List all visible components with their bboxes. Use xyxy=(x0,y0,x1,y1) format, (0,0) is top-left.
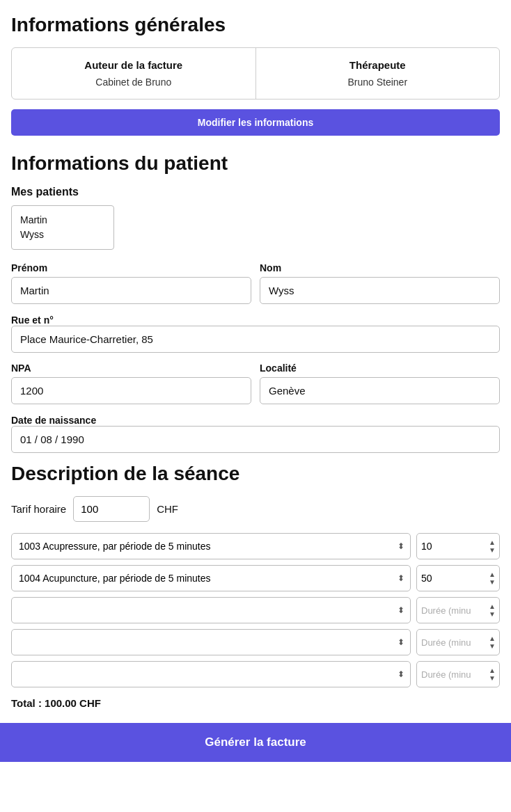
duration-arrows-icon[interactable]: ▲▼ xyxy=(485,667,499,682)
therapeute-card: Thérapeute Bruno Steiner xyxy=(256,48,500,99)
select-arrow-icon: ⬍ xyxy=(392,637,410,647)
dur-up-arrow[interactable]: ▲ xyxy=(489,603,496,610)
dur-down-arrow[interactable]: ▼ xyxy=(489,578,496,586)
duration-input[interactable] xyxy=(417,598,485,623)
service-row: ⬍▲▼ xyxy=(11,597,500,623)
duration-input[interactable] xyxy=(417,662,485,687)
service-select[interactable]: 1004 Acupuncture, par période de 5 minut… xyxy=(12,566,392,591)
rue-row: Rue et n° xyxy=(11,314,500,353)
service-select[interactable] xyxy=(12,598,392,623)
duration-wrap: ▲▼ xyxy=(416,629,500,655)
service-select-wrap: ⬍ xyxy=(11,597,411,623)
therapeute-value: Bruno Steiner xyxy=(265,77,492,88)
select-arrow-icon: ⬍ xyxy=(392,541,410,551)
npa-label: NPA xyxy=(11,363,251,374)
duration-wrap: ▲▼ xyxy=(416,533,500,559)
service-row: 1004 Acupuncture, par période de 5 minut… xyxy=(11,565,500,591)
duration-wrap: ▲▼ xyxy=(416,661,500,687)
generate-button[interactable]: Générer la facture xyxy=(0,723,511,762)
localite-label: Localité xyxy=(260,363,500,374)
duration-input[interactable] xyxy=(417,630,485,655)
tarif-label: Tarif horaire xyxy=(11,503,66,515)
auteur-label: Auteur de la facture xyxy=(20,59,247,71)
npa-localite-row: NPA Localité xyxy=(11,363,500,404)
duration-arrows-icon[interactable]: ▲▼ xyxy=(485,539,499,554)
service-rows: 1003 Acupressure, par période de 5 minut… xyxy=(11,533,500,687)
duration-arrows-icon[interactable]: ▲▼ xyxy=(485,603,499,618)
nom-group: Nom xyxy=(260,262,500,304)
rue-label: Rue et n° xyxy=(11,315,54,326)
tarif-currency: CHF xyxy=(157,503,178,515)
tarif-input-wrap: ▲ ▼ xyxy=(73,496,150,522)
info-cards: Auteur de la facture Cabinet de Bruno Th… xyxy=(11,47,500,99)
duration-wrap: ▲▼ xyxy=(416,597,500,623)
service-select-wrap: 1004 Acupuncture, par période de 5 minut… xyxy=(11,565,411,591)
seance-title: Description de la séance xyxy=(11,463,500,485)
duration-arrows-icon[interactable]: ▲▼ xyxy=(485,635,499,650)
select-arrow-icon: ⬍ xyxy=(392,669,410,679)
duration-arrows-icon[interactable]: ▲▼ xyxy=(485,571,499,586)
prenom-nom-row: Prénom Nom xyxy=(11,262,500,304)
patient-last-name-display: Wyss xyxy=(20,228,105,242)
therapeute-label: Thérapeute xyxy=(265,59,492,71)
dur-down-arrow[interactable]: ▼ xyxy=(489,610,496,618)
patient-first-name-display: Martin xyxy=(20,213,105,228)
service-select-wrap: 1003 Acupressure, par période de 5 minut… xyxy=(11,533,411,559)
nom-input[interactable] xyxy=(260,277,500,304)
service-row: ⬍▲▼ xyxy=(11,629,500,655)
localite-input[interactable] xyxy=(260,377,500,404)
prenom-input[interactable] xyxy=(11,277,251,304)
page-content: Informations générales Auteur de la fact… xyxy=(0,0,511,709)
service-row: ⬍▲▼ xyxy=(11,661,500,687)
nom-label: Nom xyxy=(260,262,500,273)
service-select-wrap: ⬍ xyxy=(11,661,411,687)
dur-down-arrow[interactable]: ▼ xyxy=(489,642,496,650)
service-select-wrap: ⬍ xyxy=(11,629,411,655)
dur-down-arrow[interactable]: ▼ xyxy=(489,546,496,554)
auteur-card: Auteur de la facture Cabinet de Bruno xyxy=(12,48,256,99)
dur-up-arrow[interactable]: ▲ xyxy=(489,571,496,578)
service-select[interactable]: 1003 Acupressure, par période de 5 minut… xyxy=(12,534,392,559)
dur-up-arrow[interactable]: ▲ xyxy=(489,635,496,642)
dur-up-arrow[interactable]: ▲ xyxy=(489,539,496,546)
select-arrow-icon: ⬍ xyxy=(392,573,410,583)
dob-row: Date de naissance xyxy=(11,414,500,453)
total-line: Total : 100.00 CHF xyxy=(11,697,500,709)
patient-dropdown[interactable]: Martin Wyss xyxy=(11,205,114,250)
tarif-row: Tarif horaire ▲ ▼ CHF xyxy=(11,496,500,522)
prenom-label: Prénom xyxy=(11,262,251,273)
dur-up-arrow[interactable]: ▲ xyxy=(489,667,496,674)
modifier-button[interactable]: Modifier les informations xyxy=(11,109,500,136)
auteur-value: Cabinet de Bruno xyxy=(20,77,247,88)
service-select[interactable] xyxy=(12,630,392,655)
general-title: Informations générales xyxy=(11,14,500,36)
duration-input[interactable] xyxy=(417,566,485,591)
npa-group: NPA xyxy=(11,363,251,404)
dur-down-arrow[interactable]: ▼ xyxy=(489,674,496,682)
dob-label: Date de naissance xyxy=(11,415,96,426)
dob-input[interactable] xyxy=(11,426,500,453)
prenom-group: Prénom xyxy=(11,262,251,304)
tarif-input[interactable] xyxy=(74,497,150,521)
duration-input[interactable] xyxy=(417,534,485,559)
rue-input[interactable] xyxy=(11,326,500,353)
localite-group: Localité xyxy=(260,363,500,404)
patient-title: Informations du patient xyxy=(11,152,500,175)
duration-wrap: ▲▼ xyxy=(416,565,500,591)
service-row: 1003 Acupressure, par période de 5 minut… xyxy=(11,533,500,559)
npa-input[interactable] xyxy=(11,377,251,404)
mes-patients-label: Mes patients xyxy=(11,186,500,198)
service-select[interactable] xyxy=(12,662,392,687)
select-arrow-icon: ⬍ xyxy=(392,605,410,615)
